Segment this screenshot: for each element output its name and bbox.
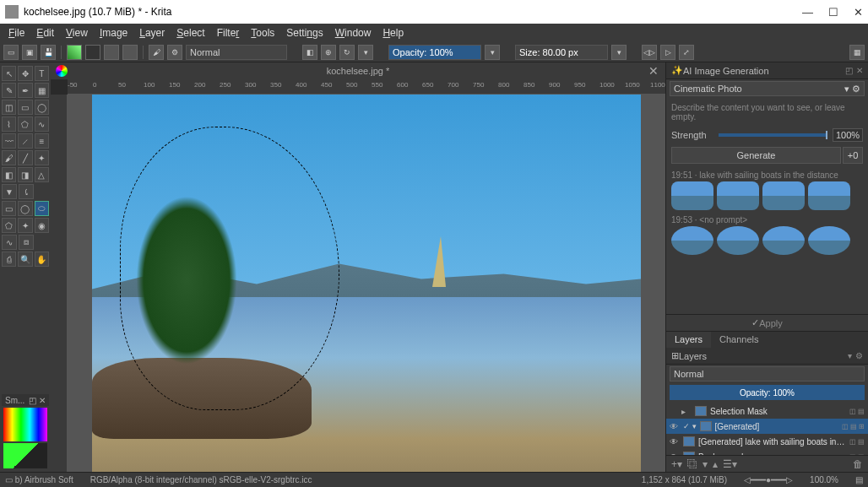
generate-plus-button[interactable]: +0 bbox=[843, 147, 863, 164]
freehand-tool[interactable]: 〰 bbox=[2, 133, 16, 149]
layer-filter-icon[interactable]: ▾ bbox=[848, 351, 852, 360]
pan-tool[interactable]: ✋ bbox=[35, 252, 49, 267]
tab-channels[interactable]: Channels bbox=[711, 332, 767, 348]
close-button[interactable]: ✕ bbox=[854, 6, 863, 19]
open-button[interactable]: ▣ bbox=[22, 45, 37, 60]
close-panel-icon[interactable]: ✕ bbox=[856, 66, 863, 75]
mirror-v-button[interactable]: ▷ bbox=[660, 45, 675, 60]
freehand-select-tool[interactable]: ⬭ bbox=[35, 201, 49, 216]
size-slider[interactable]: Size: 80.00 px bbox=[515, 45, 608, 60]
delete-layer-button[interactable]: 🗑 bbox=[853, 458, 863, 470]
generate-button[interactable]: Generate bbox=[671, 147, 841, 164]
visibility-icon[interactable]: 👁 bbox=[670, 422, 680, 431]
ruler-vertical[interactable] bbox=[51, 95, 68, 472]
ai-preset-combo[interactable]: Cinematic Photo▾ ⚙ bbox=[670, 81, 865, 96]
bg-color-button[interactable] bbox=[122, 45, 138, 60]
transform-tool[interactable]: ↖ bbox=[2, 66, 16, 81]
gradient-tool[interactable]: ◨ bbox=[18, 167, 32, 182]
reference-tool[interactable]: ⎙ bbox=[2, 252, 16, 267]
polygon-tool[interactable]: ⬠ bbox=[18, 116, 32, 132]
multi-tool[interactable]: ≡ bbox=[35, 133, 49, 149]
minimize-button[interactable]: — bbox=[802, 6, 813, 19]
zoom-tool[interactable]: 🔍 bbox=[18, 252, 32, 267]
opacity-slider[interactable]: Opacity: 100% bbox=[388, 45, 481, 60]
ai-prompt-input[interactable]: Describe the content you want to see, or… bbox=[666, 98, 868, 127]
tab-close-button[interactable]: ✕ bbox=[648, 64, 659, 78]
save-button[interactable]: 💾 bbox=[41, 45, 56, 60]
move-down-button[interactable]: ▾ bbox=[703, 458, 708, 470]
menu-filter[interactable]: Filter bbox=[212, 25, 245, 41]
layer-settings-icon[interactable]: ⚙ bbox=[855, 351, 863, 360]
picker-tool[interactable]: ⤹ bbox=[19, 184, 34, 199]
menu-tools[interactable]: Tools bbox=[246, 25, 279, 41]
assistant-tool[interactable]: △ bbox=[35, 167, 49, 182]
ai-thumb[interactable] bbox=[717, 181, 759, 210]
ai-thumb[interactable] bbox=[762, 181, 805, 210]
smart-fill-tool[interactable]: ◧ bbox=[2, 167, 16, 182]
fill-tool[interactable]: ▼ bbox=[2, 184, 17, 199]
wrap-button[interactable]: ⤢ bbox=[679, 45, 694, 60]
apply-button[interactable]: Apply bbox=[666, 314, 868, 331]
strength-slider[interactable] bbox=[719, 133, 827, 137]
menu-settings[interactable]: Settings bbox=[281, 25, 328, 41]
gradient-button[interactable] bbox=[67, 45, 82, 60]
bezier-select-tool[interactable]: ∿ bbox=[2, 235, 17, 250]
opacity-arrow[interactable]: ▾ bbox=[485, 45, 500, 60]
layer-row[interactable]: 👁 Background ◫ ▤ bbox=[666, 449, 868, 455]
menu-select[interactable]: Select bbox=[171, 25, 209, 41]
menu-image[interactable]: Image bbox=[95, 25, 133, 41]
crop-tool[interactable]: ◫ bbox=[2, 100, 16, 115]
fg-bg-swatch[interactable] bbox=[3, 443, 47, 468]
menu-file[interactable]: File bbox=[3, 25, 30, 41]
strength-value[interactable]: 100% bbox=[833, 128, 863, 142]
maximize-button[interactable]: ☐ bbox=[828, 6, 838, 19]
status-menu-icon[interactable]: ▤ bbox=[855, 475, 863, 484]
reload-brush-button[interactable]: ↻ bbox=[339, 45, 355, 60]
contiguous-select-tool[interactable]: ✦ bbox=[18, 218, 32, 233]
add-layer-button[interactable]: +▾ bbox=[671, 458, 682, 470]
ellipse-tool[interactable]: ◯ bbox=[35, 100, 49, 115]
ai-thumb[interactable] bbox=[808, 226, 850, 255]
ai-thumb[interactable] bbox=[808, 181, 850, 210]
color-spectrum[interactable] bbox=[3, 408, 47, 441]
size-arrow[interactable]: ▾ bbox=[611, 45, 627, 60]
eraser-toggle[interactable]: ◧ bbox=[302, 45, 317, 60]
brush-preset-button[interactable]: 🖌 bbox=[149, 45, 164, 60]
ai-thumb[interactable] bbox=[762, 226, 805, 255]
menu-help[interactable]: Help bbox=[377, 25, 409, 41]
brush-tool[interactable]: 🖌 bbox=[2, 150, 16, 165]
fg-color-button[interactable] bbox=[104, 45, 119, 60]
menu-layer[interactable]: Layer bbox=[134, 25, 170, 41]
line-tool[interactable]: ╱ bbox=[18, 150, 32, 165]
palette-icon[interactable] bbox=[56, 65, 68, 77]
poly-select-tool[interactable]: ⬠ bbox=[2, 218, 16, 233]
edit-shapes-tool[interactable]: ✎ bbox=[2, 83, 16, 98]
ai-panel-header[interactable]: ✨ AI Image Generation ◰✕ bbox=[666, 62, 868, 79]
layer-blend-combo[interactable]: Normal bbox=[670, 366, 865, 381]
dyna-tool[interactable]: ⟋ bbox=[18, 133, 32, 149]
ai-thumb[interactable] bbox=[671, 226, 713, 255]
canvas[interactable] bbox=[68, 95, 665, 472]
move-up-button[interactable]: ▴ bbox=[713, 458, 718, 470]
workspace-button[interactable]: ▦ bbox=[849, 45, 865, 60]
move-tool[interactable]: ✥ bbox=[18, 66, 32, 81]
visibility-icon[interactable]: 👁 bbox=[670, 437, 680, 446]
tab-layers[interactable]: Layers bbox=[666, 332, 711, 348]
visibility-icon[interactable]: ▸ bbox=[681, 407, 692, 416]
polyline-tool[interactable]: ⌇ bbox=[2, 116, 16, 132]
pattern-button[interactable] bbox=[85, 45, 100, 60]
ellipse-select-tool[interactable]: ◯ bbox=[18, 201, 32, 216]
new-button[interactable]: ▭ bbox=[3, 45, 19, 60]
document-tab[interactable]: kochelsee.jpg * bbox=[327, 66, 390, 76]
layer-opacity-slider[interactable]: Opacity: 100% bbox=[670, 385, 865, 400]
layer-row[interactable]: 👁 [Generated] lake with sailing boats in… bbox=[666, 434, 868, 449]
brush-settings-button[interactable]: ⚙ bbox=[167, 45, 182, 60]
ai-thumb[interactable] bbox=[717, 226, 759, 255]
menu-window[interactable]: Window bbox=[330, 25, 377, 41]
alpha-lock-toggle[interactable]: ⊕ bbox=[321, 45, 336, 60]
colorize-tool[interactable]: ✦ bbox=[35, 150, 49, 165]
mirror-h-button[interactable]: ◁▷ bbox=[642, 45, 657, 60]
menu-view[interactable]: View bbox=[61, 25, 93, 41]
rect-tool[interactable]: ▭ bbox=[18, 100, 32, 115]
calligraphy-tool[interactable]: ✒ bbox=[18, 83, 32, 98]
